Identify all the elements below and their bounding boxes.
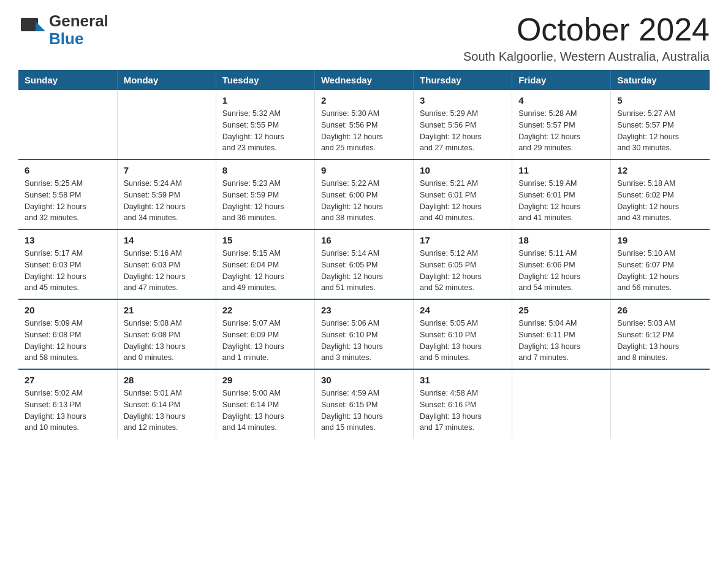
calendar-week-4: 20Sunrise: 5:09 AM Sunset: 6:08 PM Dayli… — [18, 299, 710, 369]
calendar-cell: 1Sunrise: 5:32 AM Sunset: 5:55 PM Daylig… — [216, 90, 314, 159]
calendar-cell — [18, 90, 117, 159]
calendar-cell: 27Sunrise: 5:02 AM Sunset: 6:13 PM Dayli… — [18, 369, 117, 439]
calendar-cell: 25Sunrise: 5:04 AM Sunset: 6:11 PM Dayli… — [512, 299, 611, 369]
day-info: Sunrise: 4:58 AM Sunset: 6:16 PM Dayligh… — [420, 388, 506, 434]
page-subtitle: South Kalgoorlie, Western Australia, Aus… — [463, 50, 710, 64]
day-info: Sunrise: 5:01 AM Sunset: 6:14 PM Dayligh… — [124, 388, 210, 434]
title-area: October 2024 South Kalgoorlie, Western A… — [463, 12, 710, 64]
calendar-cell: 20Sunrise: 5:09 AM Sunset: 6:08 PM Dayli… — [18, 299, 117, 369]
day-info: Sunrise: 5:06 AM Sunset: 6:10 PM Dayligh… — [321, 318, 407, 364]
day-info: Sunrise: 5:17 AM Sunset: 6:03 PM Dayligh… — [25, 248, 111, 294]
calendar-cell: 16Sunrise: 5:14 AM Sunset: 6:05 PM Dayli… — [314, 229, 413, 299]
calendar-week-1: 1Sunrise: 5:32 AM Sunset: 5:55 PM Daylig… — [18, 90, 710, 159]
calendar-week-5: 27Sunrise: 5:02 AM Sunset: 6:13 PM Dayli… — [18, 369, 710, 439]
day-info: Sunrise: 5:16 AM Sunset: 6:03 PM Dayligh… — [124, 248, 210, 294]
calendar-cell: 19Sunrise: 5:10 AM Sunset: 6:07 PM Dayli… — [611, 229, 710, 299]
day-info: Sunrise: 5:28 AM Sunset: 5:57 PM Dayligh… — [518, 108, 604, 154]
day-number: 1 — [222, 95, 308, 105]
calendar-cell: 21Sunrise: 5:08 AM Sunset: 6:08 PM Dayli… — [117, 299, 216, 369]
day-info: Sunrise: 5:12 AM Sunset: 6:05 PM Dayligh… — [420, 248, 506, 294]
day-number: 22 — [222, 305, 308, 315]
day-number: 9 — [321, 165, 407, 175]
day-info: Sunrise: 5:15 AM Sunset: 6:04 PM Dayligh… — [222, 248, 308, 294]
calendar-cell: 17Sunrise: 5:12 AM Sunset: 6:05 PM Dayli… — [414, 229, 512, 299]
day-number: 28 — [124, 375, 210, 385]
day-info: Sunrise: 5:07 AM Sunset: 6:09 PM Dayligh… — [222, 318, 308, 364]
logo-general: General — [49, 12, 108, 30]
day-info: Sunrise: 5:25 AM Sunset: 5:58 PM Dayligh… — [25, 178, 111, 224]
day-number: 11 — [518, 165, 604, 175]
day-number: 6 — [25, 165, 111, 175]
calendar-cell: 11Sunrise: 5:19 AM Sunset: 6:01 PM Dayli… — [512, 159, 611, 229]
day-info: Sunrise: 4:59 AM Sunset: 6:15 PM Dayligh… — [321, 388, 407, 434]
day-info: Sunrise: 5:32 AM Sunset: 5:55 PM Dayligh… — [222, 108, 308, 154]
day-number: 26 — [617, 305, 703, 315]
day-info: Sunrise: 5:23 AM Sunset: 5:59 PM Dayligh… — [222, 178, 308, 224]
day-number: 30 — [321, 375, 407, 385]
day-number: 17 — [420, 235, 506, 245]
day-number: 31 — [420, 375, 506, 385]
calendar-cell: 8Sunrise: 5:23 AM Sunset: 5:59 PM Daylig… — [216, 159, 314, 229]
calendar-cell: 14Sunrise: 5:16 AM Sunset: 6:03 PM Dayli… — [117, 229, 216, 299]
day-number: 12 — [617, 165, 703, 175]
day-number: 10 — [420, 165, 506, 175]
day-info: Sunrise: 5:24 AM Sunset: 5:59 PM Dayligh… — [124, 178, 210, 224]
day-number: 27 — [25, 375, 111, 385]
day-number: 2 — [321, 95, 407, 105]
day-info: Sunrise: 5:04 AM Sunset: 6:11 PM Dayligh… — [518, 318, 604, 364]
day-info: Sunrise: 5:27 AM Sunset: 5:57 PM Dayligh… — [617, 108, 703, 154]
calendar-cell: 7Sunrise: 5:24 AM Sunset: 5:59 PM Daylig… — [117, 159, 216, 229]
calendar-cell: 13Sunrise: 5:17 AM Sunset: 6:03 PM Dayli… — [18, 229, 117, 299]
day-number: 14 — [124, 235, 210, 245]
calendar-week-3: 13Sunrise: 5:17 AM Sunset: 6:03 PM Dayli… — [18, 229, 710, 299]
weekday-header-wednesday: Wednesday — [314, 70, 413, 90]
calendar-cell: 5Sunrise: 5:27 AM Sunset: 5:57 PM Daylig… — [611, 90, 710, 159]
calendar-cell: 4Sunrise: 5:28 AM Sunset: 5:57 PM Daylig… — [512, 90, 611, 159]
calendar-cell: 10Sunrise: 5:21 AM Sunset: 6:01 PM Dayli… — [414, 159, 512, 229]
calendar-cell: 18Sunrise: 5:11 AM Sunset: 6:06 PM Dayli… — [512, 229, 611, 299]
day-info: Sunrise: 5:18 AM Sunset: 6:02 PM Dayligh… — [617, 178, 703, 224]
day-number: 20 — [25, 305, 111, 315]
weekday-header-friday: Friday — [512, 70, 611, 90]
header: General Blue October 2024 South Kalgoorl… — [18, 12, 710, 64]
calendar-cell: 3Sunrise: 5:29 AM Sunset: 5:56 PM Daylig… — [414, 90, 512, 159]
calendar-header-row: SundayMondayTuesdayWednesdayThursdayFrid… — [18, 70, 710, 90]
day-info: Sunrise: 5:22 AM Sunset: 6:00 PM Dayligh… — [321, 178, 407, 224]
day-info: Sunrise: 5:03 AM Sunset: 6:12 PM Dayligh… — [617, 318, 703, 364]
calendar-cell: 28Sunrise: 5:01 AM Sunset: 6:14 PM Dayli… — [117, 369, 216, 439]
weekday-header-saturday: Saturday — [611, 70, 710, 90]
day-number: 4 — [518, 95, 604, 105]
day-number: 29 — [222, 375, 308, 385]
day-number: 7 — [124, 165, 210, 175]
day-info: Sunrise: 5:30 AM Sunset: 5:56 PM Dayligh… — [321, 108, 407, 154]
day-number: 16 — [321, 235, 407, 245]
day-info: Sunrise: 5:10 AM Sunset: 6:07 PM Dayligh… — [617, 248, 703, 294]
page-title: October 2024 — [463, 12, 710, 47]
day-info: Sunrise: 5:09 AM Sunset: 6:08 PM Dayligh… — [25, 318, 111, 364]
calendar-cell: 9Sunrise: 5:22 AM Sunset: 6:00 PM Daylig… — [314, 159, 413, 229]
day-info: Sunrise: 5:21 AM Sunset: 6:01 PM Dayligh… — [420, 178, 506, 224]
day-info: Sunrise: 5:29 AM Sunset: 5:56 PM Dayligh… — [420, 108, 506, 154]
weekday-header-tuesday: Tuesday — [216, 70, 314, 90]
logo-icon — [18, 15, 48, 45]
day-number: 23 — [321, 305, 407, 315]
day-info: Sunrise: 5:11 AM Sunset: 6:06 PM Dayligh… — [518, 248, 604, 294]
day-number: 3 — [420, 95, 506, 105]
weekday-header-monday: Monday — [117, 70, 216, 90]
svg-rect-0 — [21, 18, 38, 31]
calendar-table: SundayMondayTuesdayWednesdayThursdayFrid… — [18, 70, 710, 439]
calendar-cell — [512, 369, 611, 439]
calendar-cell: 23Sunrise: 5:06 AM Sunset: 6:10 PM Dayli… — [314, 299, 413, 369]
day-info: Sunrise: 5:00 AM Sunset: 6:14 PM Dayligh… — [222, 388, 308, 434]
day-info: Sunrise: 5:05 AM Sunset: 6:10 PM Dayligh… — [420, 318, 506, 364]
logo: General Blue — [18, 12, 108, 47]
day-number: 21 — [124, 305, 210, 315]
day-info: Sunrise: 5:08 AM Sunset: 6:08 PM Dayligh… — [124, 318, 210, 364]
calendar-cell — [611, 369, 710, 439]
day-number: 19 — [617, 235, 703, 245]
calendar-cell: 12Sunrise: 5:18 AM Sunset: 6:02 PM Dayli… — [611, 159, 710, 229]
calendar-cell: 6Sunrise: 5:25 AM Sunset: 5:58 PM Daylig… — [18, 159, 117, 229]
calendar-cell: 15Sunrise: 5:15 AM Sunset: 6:04 PM Dayli… — [216, 229, 314, 299]
day-info: Sunrise: 5:14 AM Sunset: 6:05 PM Dayligh… — [321, 248, 407, 294]
calendar-cell — [117, 90, 216, 159]
